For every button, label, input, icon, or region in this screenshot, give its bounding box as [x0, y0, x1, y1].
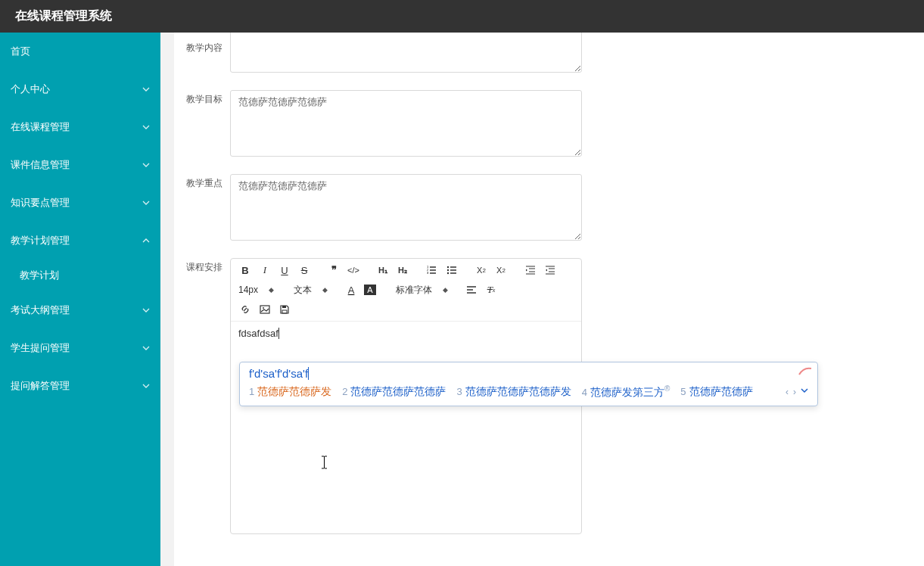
- chevron-down-icon: [142, 123, 150, 131]
- ime-candidates: 1范德萨范德萨发 2范德萨范德萨范德萨 3范德萨范德萨范德萨发 4范德萨发第三方…: [240, 381, 817, 406]
- sidebar-subitem-teaching-plan[interactable]: 教学计划: [0, 260, 160, 291]
- sidebar-item-label: 考试大纲管理: [11, 303, 70, 317]
- chevron-down-icon: [142, 161, 150, 169]
- label-teaching-goal: 教学目标: [186, 90, 230, 106]
- quote-icon[interactable]: ❞: [327, 263, 341, 277]
- svg-text:3: 3: [427, 271, 429, 275]
- form-row-teaching-focus: 教学重点: [186, 174, 912, 243]
- align-icon[interactable]: [465, 283, 478, 297]
- label-teaching-content: 教学内容: [186, 39, 230, 54]
- caret-icon: ◆: [443, 286, 448, 294]
- editor-content[interactable]: fdsafdsaf: [231, 322, 581, 533]
- chevron-down-icon: [142, 382, 150, 390]
- ime-next-icon[interactable]: ›: [793, 387, 796, 397]
- subscript-icon[interactable]: X2: [474, 263, 488, 277]
- sidebar-subitem-label: 教学计划: [20, 269, 59, 281]
- sidebar-item-knowledge[interactable]: 知识要点管理: [0, 184, 160, 222]
- label-teaching-focus: 教学重点: [186, 174, 230, 190]
- chevron-down-icon: [142, 344, 150, 352]
- svg-point-7: [263, 307, 264, 309]
- sidebar-item-exam-outline[interactable]: 考试大纲管理: [0, 291, 160, 329]
- svg-point-4: [447, 269, 449, 271]
- h1-icon[interactable]: H₁: [376, 263, 390, 277]
- superscript-icon[interactable]: X2: [494, 263, 508, 277]
- text-color-icon[interactable]: A: [344, 283, 358, 297]
- sidebar-item-home[interactable]: 首页: [0, 33, 160, 70]
- sidebar-item-label: 学生提问管理: [11, 341, 70, 355]
- svg-point-3: [447, 266, 449, 268]
- link-icon[interactable]: [238, 303, 252, 316]
- italic-icon[interactable]: I: [258, 263, 272, 277]
- caret-icon: ◆: [322, 286, 328, 294]
- main-area: 教学内容 教学目标 教学重点 课程安排 B I U: [160, 33, 924, 566]
- underline-icon[interactable]: U: [278, 263, 291, 277]
- text-cursor-icon: [321, 456, 322, 469]
- svg-rect-8: [282, 306, 286, 308]
- sidebar-item-label: 课件信息管理: [11, 158, 70, 172]
- h2-icon[interactable]: H₂: [396, 263, 409, 277]
- image-icon[interactable]: [258, 303, 272, 316]
- chevron-up-icon: [142, 237, 150, 244]
- svg-rect-9: [282, 310, 287, 313]
- sidebar-item-label: 个人中心: [11, 82, 50, 96]
- sidebar-item-personal[interactable]: 个人中心: [0, 70, 160, 108]
- input-teaching-focus[interactable]: [230, 174, 582, 241]
- list-unordered-icon[interactable]: [445, 263, 459, 277]
- ime-input: f'd'sa'f'd'sa'f: [240, 362, 817, 381]
- chevron-down-icon: [142, 86, 150, 93]
- font-family-select[interactable]: 标准字体◆: [396, 284, 448, 297]
- bold-icon[interactable]: B: [238, 263, 252, 277]
- ime-nav: ‹ ›: [786, 387, 808, 397]
- ime-candidate-1[interactable]: 1范德萨范德萨发: [249, 385, 331, 399]
- chevron-down-icon: [142, 306, 150, 314]
- sidebar-item-label: 首页: [11, 45, 30, 58]
- indent-decrease-icon[interactable]: [524, 263, 537, 277]
- form-panel: 教学内容 教学目标 教学重点 课程安排 B I U: [174, 33, 924, 566]
- sidebar-item-label: 提问解答管理: [11, 379, 70, 393]
- ime-expand-icon[interactable]: [801, 387, 808, 397]
- label-course-schedule: 课程安排: [186, 258, 230, 274]
- sidebar-item-label: 教学计划管理: [11, 234, 70, 247]
- ime-candidate-2[interactable]: 2范德萨范德萨范德萨: [342, 385, 446, 399]
- ime-candidate-5[interactable]: 5范德萨范德萨: [680, 385, 752, 399]
- sidebar-item-label: 在线课程管理: [11, 120, 70, 134]
- font-size-select[interactable]: 14px◆: [238, 285, 274, 295]
- chevron-down-icon: [142, 199, 150, 207]
- app-title: 在线课程管理系统: [15, 8, 112, 24]
- sidebar-item-student-question[interactable]: 学生提问管理: [0, 329, 160, 367]
- code-icon[interactable]: </>: [347, 263, 360, 277]
- clear-format-icon[interactable]: Tx: [484, 283, 498, 297]
- ime-prev-icon[interactable]: ‹: [786, 387, 789, 397]
- sidebar-item-courseware[interactable]: 课件信息管理: [0, 146, 160, 184]
- caret-icon: ◆: [269, 286, 274, 294]
- svg-point-5: [447, 272, 449, 274]
- ime-popup: f'd'sa'f'd'sa'f 1范德萨范德萨发 2范德萨范德萨范德萨 3范德萨…: [239, 362, 818, 406]
- list-ordered-icon[interactable]: 123: [425, 263, 439, 277]
- input-teaching-goal[interactable]: [230, 90, 582, 157]
- sidebar-item-label: 知识要点管理: [11, 196, 70, 210]
- editor-toolbar: B I U S ❞ </> H₁ H₂ 123: [231, 259, 581, 322]
- editor-text: fdsafdsaf: [238, 328, 278, 339]
- form-row-teaching-content: 教学内容: [186, 33, 912, 75]
- sidebar-item-online-course[interactable]: 在线课程管理: [0, 108, 160, 146]
- form-row-teaching-goal: 教学目标: [186, 90, 912, 159]
- strikethrough-icon[interactable]: S: [297, 263, 311, 277]
- ime-logo-icon: [798, 365, 813, 376]
- input-teaching-content[interactable]: [230, 33, 582, 73]
- bg-color-icon[interactable]: A: [364, 285, 376, 295]
- sidebar-item-teaching-plan[interactable]: 教学计划管理: [0, 222, 160, 260]
- ime-candidate-4[interactable]: 4范德萨发第三方®: [582, 384, 670, 400]
- sidebar-item-answer[interactable]: 提问解答管理: [0, 367, 160, 405]
- sidebar: 首页 个人中心 在线课程管理 课件信息管理 知识要点管理 教学计划管理 教学计划…: [0, 33, 160, 566]
- save-icon[interactable]: [278, 303, 291, 316]
- format-select[interactable]: 文本◆: [294, 284, 328, 297]
- app-header: 在线课程管理系统: [0, 0, 924, 33]
- ime-candidate-3[interactable]: 3范德萨范德萨范德萨发: [456, 385, 571, 399]
- indent-increase-icon[interactable]: [543, 263, 557, 277]
